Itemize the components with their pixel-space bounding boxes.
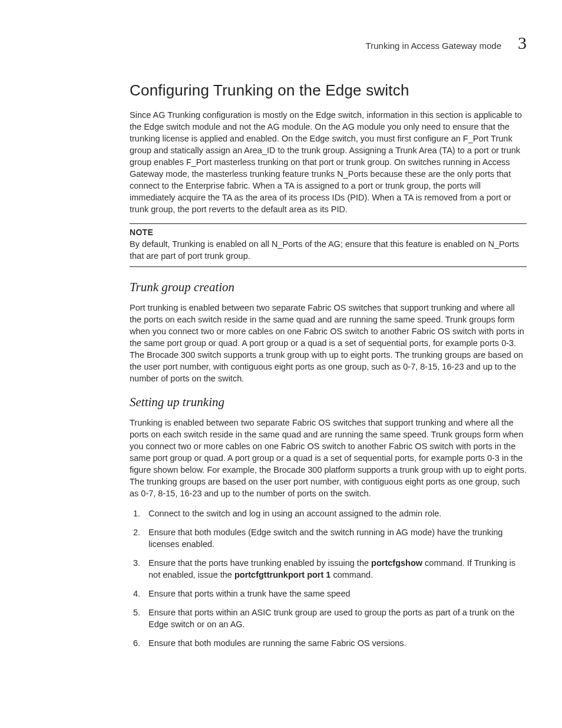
section-title: Configuring Trunking on the Edge switch [130, 81, 527, 100]
note-body: By default, Trunking is enabled on all N… [130, 238, 527, 262]
step-3: Ensure that the ports have trunking enab… [143, 557, 527, 581]
chapter-number: 3 [518, 33, 527, 53]
step-2: Ensure that both modules (Edge switch an… [143, 526, 527, 550]
step-3-text-a: Ensure that the ports have trunking enab… [148, 558, 371, 568]
step-5: Ensure that ports within an ASIC trunk g… [143, 607, 527, 630]
trunk-group-creation-body: Port trunking is enabled between two sep… [130, 302, 527, 384]
command-portcfgshow: portcfgshow [371, 558, 422, 568]
running-header-title: Trunking in Access Gateway mode [366, 41, 501, 51]
setting-up-trunking-body: Trunking is enabled between two separate… [130, 417, 527, 499]
command-portcfgttrunkport: portcfgttrunkport port 1 [234, 570, 331, 579]
step-4: Ensure that ports within a trunk have th… [143, 588, 527, 599]
step-6: Ensure that both modules are running the… [143, 637, 527, 649]
note-block: NOTE By default, Trunking is enabled on … [130, 223, 527, 267]
step-3-text-c: command. [330, 570, 373, 579]
subhead-trunk-group-creation: Trunk group creation [130, 280, 527, 295]
page: Trunking in Access Gateway mode 3 Config… [0, 0, 562, 680]
note-label: NOTE [130, 228, 527, 237]
section-intro: Since AG Trunking configuration is mostl… [130, 109, 527, 215]
steps-list: Connect to the switch and log in using a… [130, 508, 527, 649]
subhead-setting-up-trunking: Setting up trunking [130, 395, 527, 410]
step-1: Connect to the switch and log in using a… [143, 508, 527, 519]
running-header: Trunking in Access Gateway mode 3 [130, 33, 527, 53]
